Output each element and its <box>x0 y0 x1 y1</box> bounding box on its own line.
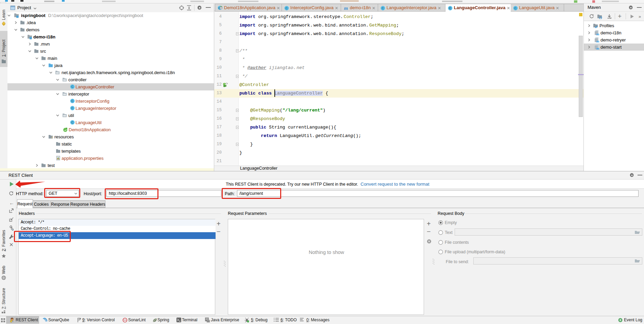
svg-text:m: m <box>596 46 599 50</box>
svg-text:C: C <box>71 85 74 88</box>
svg-text:C: C <box>71 121 74 124</box>
svg-text:m: m <box>344 6 348 11</box>
svg-text:m: m <box>596 32 599 36</box>
svg-text:C: C <box>382 6 384 10</box>
svg-text:m: m <box>596 39 599 43</box>
svg-text:C: C <box>71 99 74 103</box>
svg-text:C: C <box>449 6 452 10</box>
svg-text:C: C <box>286 6 288 10</box>
svg-text:C: C <box>514 6 517 10</box>
svg-text:C: C <box>71 106 74 110</box>
